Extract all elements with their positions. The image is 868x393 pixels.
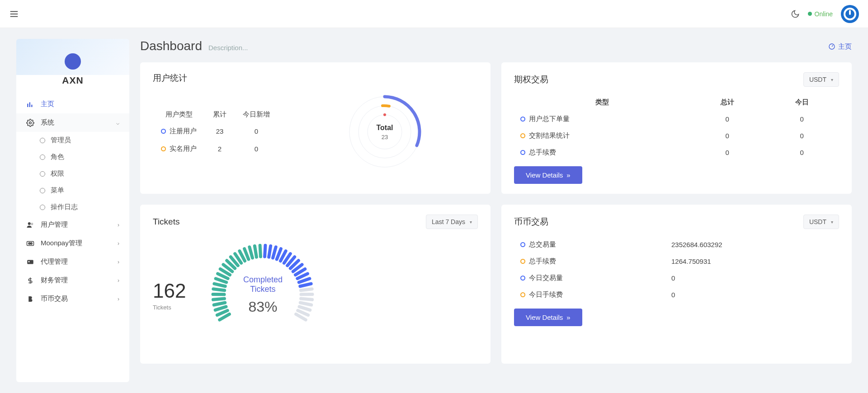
range-select-value: Last 7 Days xyxy=(432,218,465,225)
topbar: Online xyxy=(0,0,868,28)
sidebar-item-2[interactable]: 用户管理› xyxy=(16,215,129,234)
circle-icon xyxy=(40,205,45,210)
table-header: 用户类型 xyxy=(153,107,205,122)
table-row: 今日交易量0 xyxy=(514,270,839,286)
chevron-icon: › xyxy=(118,296,119,302)
sidebar-item-1[interactable]: 系统⌵ xyxy=(16,113,129,132)
sidebar-item-label: 用户管理 xyxy=(41,220,68,229)
bullet-icon xyxy=(520,117,525,122)
cell-today: 0 xyxy=(764,111,839,127)
svg-rect-6 xyxy=(31,104,32,107)
cell-today: 0 xyxy=(235,140,278,158)
svg-line-42 xyxy=(273,247,276,258)
options-trade-title: 期权交易 xyxy=(514,74,548,85)
cell-total: 0 xyxy=(690,144,764,161)
currency-select-coin[interactable]: USDT ▾ xyxy=(803,215,839,229)
sidebar-item-label: 系统 xyxy=(41,118,54,127)
logo-text: AXN xyxy=(21,75,125,86)
view-details-label: View Details xyxy=(526,171,563,179)
currency-select[interactable]: USDT ▾ xyxy=(803,72,839,87)
table-header: 类型 xyxy=(514,94,690,111)
table-row: 注册用户230 xyxy=(153,122,278,140)
circle-icon xyxy=(40,154,45,160)
sidebar-subitem-1-3[interactable]: 菜单 xyxy=(16,182,129,199)
bullet-icon xyxy=(520,242,525,247)
user-stats-table: 用户类型累计今日新增 注册用户230实名用户20 xyxy=(153,107,278,158)
sidebar-subitem-1-2[interactable]: 权限 xyxy=(16,165,129,182)
coin-trade-table: 总交易量2352684.603292总手续费1264.750931今日交易量0今… xyxy=(514,236,839,303)
view-details-button-coin[interactable]: View Details » xyxy=(514,309,582,326)
row-label-text: 交割结果统计 xyxy=(529,131,570,140)
options-trade-card: 期权交易 USDT ▾ 类型总计今日 用户总下单量00交割结果统计00总手续费0… xyxy=(501,62,852,194)
theme-toggle-icon[interactable] xyxy=(791,9,800,19)
logo-icon xyxy=(65,53,81,70)
avatar[interactable] xyxy=(841,5,859,23)
sidebar-subitem-1-0[interactable]: 管理员 xyxy=(16,132,129,149)
chevron-icon: › xyxy=(118,259,119,265)
sidebar-item-label: 币币交易 xyxy=(41,295,68,303)
chevron-right-icon: » xyxy=(566,313,570,321)
gauge-percent: 83% xyxy=(233,299,292,315)
cc-icon: CC xyxy=(26,239,34,248)
sidebar-item-label: 代理管理 xyxy=(41,257,68,266)
svg-point-7 xyxy=(29,122,32,124)
svg-line-24 xyxy=(213,299,225,299)
table-row: 总交易量2352684.603292 xyxy=(514,236,839,253)
svg-line-36 xyxy=(245,249,249,259)
user-icon xyxy=(26,221,34,229)
range-select[interactable]: Last 7 Days ▾ xyxy=(426,215,478,229)
sidebar-subitem-1-4[interactable]: 操作日志 xyxy=(16,199,129,215)
tickets-title: Tickets xyxy=(153,217,179,227)
bars-icon xyxy=(26,100,34,108)
sidebar-item-0[interactable]: 主页 xyxy=(16,95,129,113)
sidebar: AXN 主页系统⌵管理员角色权限菜单操作日志用户管理›CCMoonpay管理›代… xyxy=(16,39,129,382)
breadcrumb-label: 主页 xyxy=(838,42,852,51)
sidebar-item-4[interactable]: 代理管理› xyxy=(16,253,129,271)
table-header: 累计 xyxy=(205,107,235,122)
row-label-text: 今日交易量 xyxy=(529,274,563,282)
dashboard-icon xyxy=(828,43,835,50)
svg-line-27 xyxy=(214,284,225,286)
svg-line-55 xyxy=(301,299,312,299)
cell-total: 2 xyxy=(205,140,235,158)
user-stats-title: 用户统计 xyxy=(153,72,187,84)
bullet-icon xyxy=(161,129,166,134)
svg-line-53 xyxy=(301,289,312,290)
page-description: Description... xyxy=(208,44,248,51)
table-row: 总手续费1264.750931 xyxy=(514,253,839,270)
tickets-count-label: Tickets xyxy=(153,304,186,311)
svg-rect-5 xyxy=(29,102,30,107)
view-details-button[interactable]: View Details » xyxy=(514,166,582,184)
breadcrumb[interactable]: 主页 xyxy=(828,42,852,51)
currency-select-coin-value: USDT xyxy=(809,218,826,225)
sidebar-item-5[interactable]: 财务管理› xyxy=(16,271,129,290)
cell-total: 0 xyxy=(690,127,764,144)
circle-icon xyxy=(40,171,45,177)
radial-total-label: Total xyxy=(376,124,393,132)
sidebar-item-6[interactable]: 币币交易› xyxy=(16,290,129,308)
page-title: Dashboard xyxy=(140,39,202,53)
cell-today: 0 xyxy=(764,127,839,144)
hamburger-icon[interactable] xyxy=(9,9,19,19)
row-label-text: 总交易量 xyxy=(529,240,556,249)
currency-select-value: USDT xyxy=(809,76,826,83)
row-label-text: 实名用户 xyxy=(170,145,197,153)
table-row: 用户总下单量00 xyxy=(514,111,839,127)
sidebar-item-3[interactable]: CCMoonpay管理› xyxy=(16,234,129,253)
cell-value: 0 xyxy=(665,270,839,286)
table-header: 今日 xyxy=(764,94,839,111)
table-header: 总计 xyxy=(690,94,764,111)
radial-total-value: 23 xyxy=(376,134,393,140)
circle-icon xyxy=(40,188,45,193)
gauge-label: Completed Tickets xyxy=(233,275,292,294)
svg-line-41 xyxy=(269,246,271,257)
svg-line-40 xyxy=(265,245,265,257)
svg-line-39 xyxy=(260,245,261,257)
user-stats-radial: Total 23 xyxy=(344,91,425,173)
table-header: 今日新增 xyxy=(235,107,278,122)
bold-icon xyxy=(26,295,34,303)
sidebar-subitem-1-1[interactable]: 角色 xyxy=(16,149,129,165)
bullet-icon xyxy=(520,259,525,264)
user-stats-card: 用户统计 用户类型累计今日新增 注册用户230实名用户20 xyxy=(140,62,491,194)
svg-point-13 xyxy=(28,261,30,262)
